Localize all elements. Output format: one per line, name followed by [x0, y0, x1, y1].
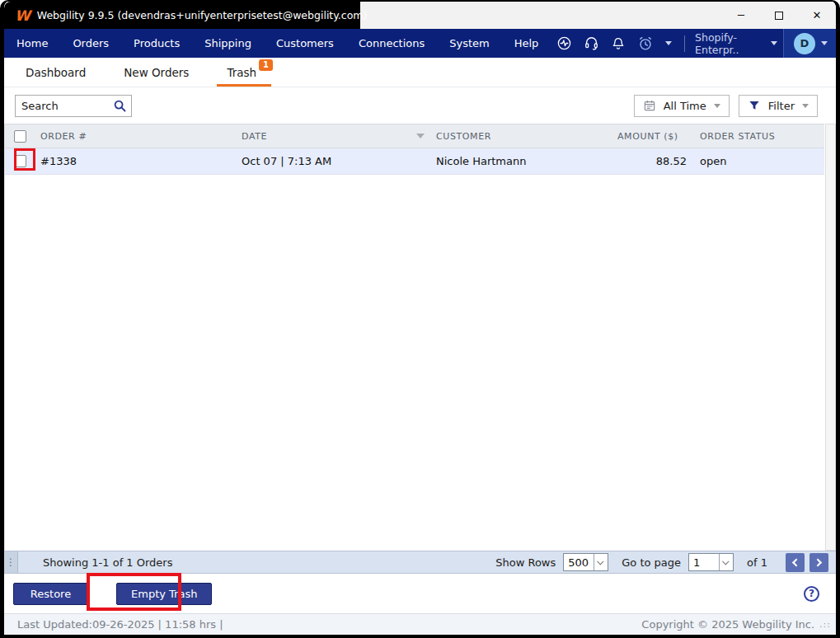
table-row[interactable]: #1338 Oct 07 | 7:13 AM Nicole Hartmann 8… [5, 148, 824, 175]
scheduler-caret[interactable] [659, 29, 678, 58]
empty-trash-button[interactable]: Empty Trash [116, 583, 212, 605]
next-page-button[interactable] [809, 553, 828, 572]
trash-count-badge: 1 [259, 59, 273, 71]
nav-item-system[interactable]: System [437, 29, 501, 58]
restore-button[interactable]: Restore [13, 583, 88, 605]
titlebar-dark-section: W Webgility 9.9.5 (devendras+unifyenterp… [4, 2, 360, 29]
tab-label: Dashboard [26, 66, 86, 79]
cell-date: Oct 07 | 7:13 AM [237, 155, 431, 167]
column-header-label: DATE [242, 131, 267, 142]
chevron-down-icon [802, 104, 809, 108]
chevron-down-icon [722, 558, 729, 565]
user-menu[interactable]: D [783, 29, 836, 58]
nav-item-home[interactable]: Home [4, 29, 60, 58]
cell-customer: Nicole Hartmann [431, 155, 612, 167]
nav-item-orders[interactable]: Orders [60, 29, 121, 58]
resize-grip-icon[interactable]: .:: [819, 619, 831, 630]
calendar-icon [643, 99, 656, 112]
nav-item-products[interactable]: Products [121, 29, 192, 58]
column-header-date[interactable]: DATE [237, 131, 431, 142]
cell-status: open [695, 155, 824, 167]
nav-item-connections[interactable]: Connections [346, 29, 437, 58]
nav-right-cluster: Shopify-Enterpr.. D [551, 29, 836, 58]
store-selector[interactable]: Shopify-Enterpr.. [692, 31, 765, 56]
minimize-button[interactable]: ─ [722, 2, 760, 29]
pagination-bar: ⋮ Showing 1-1 of 1 Orders Show Rows 500 … [4, 551, 836, 574]
active-tab-underline [217, 84, 271, 87]
maximize-button[interactable] [760, 2, 798, 29]
tab-new-orders[interactable]: New Orders [112, 58, 200, 87]
chevron-down-icon [597, 558, 603, 565]
show-rows-value: 500 [564, 554, 594, 570]
chevron-down-icon [665, 41, 672, 45]
maximize-icon [775, 12, 783, 20]
tab-label: New Orders [124, 66, 189, 79]
activity-status-icon[interactable] [551, 29, 578, 58]
store-selector-caret[interactable] [765, 29, 783, 58]
tab-dashboard[interactable]: Dashboard [14, 58, 97, 87]
last-updated-text: Last Updated:09-26-2025 | 11:58 hrs | [17, 618, 223, 631]
filter-label: Filter [768, 100, 795, 112]
tab-label: Trash [227, 66, 256, 79]
chevron-down-icon [821, 41, 828, 45]
copyright-text: Copyright © 2025 Webgility Inc. [641, 618, 814, 631]
nav-item-shipping[interactable]: Shipping [192, 29, 264, 58]
date-range-label: All Time [664, 100, 706, 112]
main-navbar: Home Orders Products Shipping Customers … [4, 29, 836, 58]
nav-menu: Home Orders Products Shipping Customers … [4, 29, 551, 58]
panel-grip-handle[interactable]: ⋮ [4, 551, 18, 573]
select-all-checkbox[interactable] [14, 130, 26, 143]
sort-caret-icon [416, 134, 425, 138]
tab-trash[interactable]: Trash 1 [215, 58, 268, 87]
header-checkbox-cell [5, 130, 35, 143]
orders-table: ORDER # DATE CUSTOMER AMOUNT ($) ORDER S… [4, 124, 836, 551]
app-window: W Webgility 9.9.5 (devendras+unifyenterp… [0, 0, 840, 638]
filter-funnel-icon [748, 99, 761, 112]
page-select[interactable]: 1 [688, 553, 734, 571]
cell-amount: 88.52 [612, 155, 695, 167]
toolbar: All Time Filter [4, 87, 836, 124]
previous-page-button[interactable] [786, 553, 805, 572]
date-range-dropdown[interactable]: All Time [634, 95, 730, 117]
support-headset-icon[interactable] [578, 29, 605, 58]
filter-dropdown[interactable]: Filter [739, 95, 818, 117]
nav-item-help[interactable]: Help [502, 29, 551, 58]
webgility-logo-icon: W [15, 7, 30, 24]
tab-bar: Dashboard New Orders Trash 1 [4, 58, 836, 87]
chevron-down-icon [714, 104, 720, 108]
select-caret [594, 554, 608, 570]
avatar[interactable]: D [794, 33, 815, 54]
show-rows-select[interactable]: 500 [563, 553, 608, 571]
row-checkbox-cell [5, 155, 35, 167]
chevron-right-icon [814, 558, 822, 566]
chevron-down-icon [771, 41, 777, 45]
page-of-label: of 1 [747, 556, 767, 569]
notifications-bell-icon[interactable] [605, 29, 631, 58]
show-rows-label: Show Rows [495, 556, 556, 569]
column-header-status[interactable]: ORDER STATUS [695, 131, 824, 142]
row-checkbox[interactable] [14, 155, 26, 167]
window-title: Webgility 9.9.5 (devendras+unifyenterpri… [37, 9, 368, 21]
actions-bar: Restore Empty Trash ? [4, 574, 836, 613]
search-input[interactable] [21, 100, 113, 112]
search-icon[interactable] [113, 99, 127, 113]
table-header-row: ORDER # DATE CUSTOMER AMOUNT ($) ORDER S… [5, 124, 824, 148]
chevron-left-icon [792, 558, 800, 566]
titlebar-light-section: ─ ✕ [360, 2, 836, 29]
column-header-order[interactable]: ORDER # [35, 131, 237, 142]
page-value: 1 [689, 554, 719, 570]
titlebar: W Webgility 9.9.5 (devendras+unifyenterp… [4, 2, 836, 29]
vertical-scrollbar[interactable] [825, 124, 836, 551]
showing-count: Showing 1-1 of 1 Orders [43, 556, 172, 569]
nav-item-customers[interactable]: Customers [264, 29, 346, 58]
column-header-customer[interactable]: CUSTOMER [431, 131, 612, 142]
column-header-amount[interactable]: AMOUNT ($) [612, 131, 695, 142]
help-icon[interactable]: ? [804, 586, 819, 602]
nav-divider [684, 35, 685, 52]
close-button[interactable]: ✕ [798, 2, 836, 29]
scheduler-alarm-icon[interactable] [631, 29, 659, 58]
select-caret [719, 554, 733, 570]
status-bar: Last Updated:09-26-2025 | 11:58 hrs | Co… [4, 613, 836, 635]
go-to-page-label: Go to page [622, 556, 681, 569]
search-box [15, 95, 132, 117]
